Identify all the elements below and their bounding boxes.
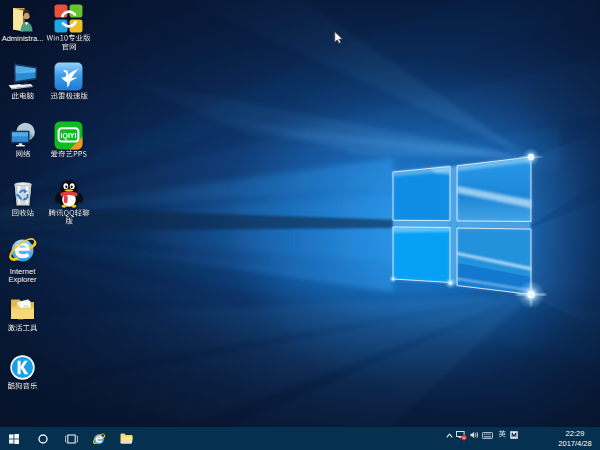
svg-text:iQIYI: iQIYI bbox=[61, 131, 77, 139]
